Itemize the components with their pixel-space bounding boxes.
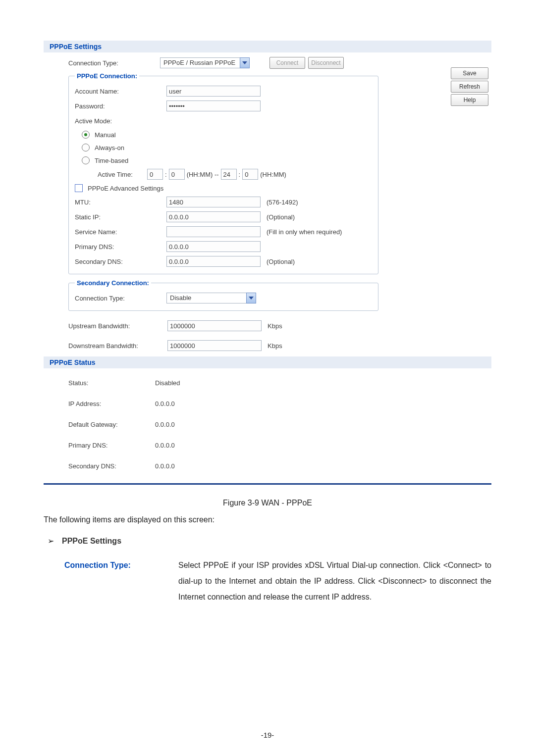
status-gw-label: Default Gateway: — [68, 421, 155, 428]
router-config-panel: Save Refresh Help PPPoE Settings Connect… — [44, 41, 491, 485]
mode-manual-radio[interactable]: Manual — [75, 128, 372, 141]
page-number: -19- — [0, 731, 535, 739]
mode-time-label: Time-based — [95, 157, 128, 164]
hhmm-label: (HH:MM) — [260, 171, 286, 178]
secondary-connection-fieldset: Secondary Connection: Connection Type: D… — [68, 279, 378, 311]
chevron-down-icon — [240, 57, 250, 68]
connection-type-select[interactable]: PPPoE / Russian PPPoE — [160, 57, 250, 68]
status-ip-value: 0.0.0.0 — [155, 400, 175, 407]
status-pdns-label: Primary DNS: — [68, 442, 155, 449]
status-ip-label: IP Address: — [68, 400, 155, 407]
downstream-bw-label: Downstream Bandwidth: — [68, 342, 167, 350]
active-mode-label: Active Mode: — [75, 117, 166, 125]
downstream-bw-unit: Kbps — [268, 342, 282, 350]
time-start-hour-input[interactable] — [147, 169, 163, 180]
status-value: Disabled — [155, 379, 180, 387]
hhmm-dash-label: (HH:MM) -- — [187, 171, 219, 178]
mtu-input[interactable] — [166, 197, 261, 207]
account-name-label: Account Name: — [75, 88, 166, 95]
primary-dns-label: Primary DNS: — [75, 243, 166, 251]
account-name-input[interactable] — [166, 86, 261, 97]
secondary-connection-legend: Secondary Connection: — [75, 279, 151, 287]
time-end-hour-input[interactable] — [221, 169, 237, 180]
advanced-settings-checkbox[interactable] — [75, 184, 83, 192]
upstream-bw-label: Upstream Bandwidth: — [68, 322, 167, 330]
radio-selected-icon — [82, 131, 90, 139]
upstream-bw-unit: Kbps — [268, 322, 282, 330]
secondary-dns-hint: (Optional) — [267, 258, 295, 265]
connection-type-label: Connection Type: — [68, 59, 160, 67]
status-label: Status: — [68, 379, 155, 387]
primary-dns-input[interactable] — [166, 241, 261, 252]
mode-manual-label: Manual — [95, 131, 116, 139]
secondary-conn-type-label: Connection Type: — [75, 295, 166, 302]
secondary-dns-label: Secondary DNS: — [75, 258, 166, 265]
time-start-min-input[interactable] — [169, 169, 185, 180]
time-end-min-input[interactable] — [242, 169, 258, 180]
disconnect-button[interactable]: Disconnect — [308, 57, 344, 69]
static-ip-input[interactable] — [166, 211, 261, 222]
desc-connection-type-label: Connection Type: — [64, 557, 178, 605]
static-ip-hint: (Optional) — [267, 213, 295, 221]
service-name-label: Service Name: — [75, 228, 166, 236]
mode-time-radio[interactable]: Time-based — [75, 154, 372, 167]
password-input[interactable] — [166, 101, 261, 111]
password-label: Password: — [75, 102, 166, 110]
connection-type-value: PPPoE / Russian PPPoE — [160, 57, 240, 68]
status-pdns-value: 0.0.0.0 — [155, 442, 175, 449]
pppoe-settings-header: PPPoE Settings — [44, 41, 491, 52]
mode-always-label: Always-on — [95, 144, 124, 151]
status-gw-value: 0.0.0.0 — [155, 421, 175, 428]
radio-unselected-icon — [82, 144, 90, 151]
service-name-hint: (Fill in only when required) — [267, 228, 342, 236]
advanced-settings-label: PPPoE Advanced Settings — [88, 185, 163, 192]
radio-unselected-icon — [82, 156, 90, 164]
desc-connection-type-body: Select PPPoE if your ISP provides xDSL V… — [178, 557, 491, 605]
mtu-hint: (576-1492) — [267, 199, 298, 206]
upstream-bw-input[interactable] — [167, 320, 262, 331]
chevron-down-icon — [246, 293, 256, 303]
pppoe-status-header: PPPoE Status — [44, 356, 491, 368]
service-name-input[interactable] — [166, 226, 261, 237]
connect-button[interactable]: Connect — [269, 57, 305, 69]
bullet-arrow-icon: ➢ — [48, 536, 54, 546]
downstream-bw-input[interactable] — [167, 340, 262, 351]
pppoe-connection-fieldset: PPPoE Connection: Account Name: Password… — [68, 72, 378, 274]
status-sdns-label: Secondary DNS: — [68, 462, 155, 470]
status-sdns-value: 0.0.0.0 — [155, 462, 175, 470]
intro-text: The following items are displayed on thi… — [44, 515, 491, 524]
static-ip-label: Static IP: — [75, 213, 166, 221]
secondary-dns-input[interactable] — [166, 256, 261, 267]
secondary-conn-type-value: Disable — [166, 293, 247, 303]
mtu-label: MTU: — [75, 199, 166, 206]
secondary-conn-type-select[interactable]: Disable — [166, 293, 256, 303]
pppoe-connection-legend: PPPoE Connection: — [75, 72, 139, 80]
figure-caption: Figure 3-9 WAN - PPPoE — [44, 499, 491, 507]
bullet-pppoe-settings: PPPoE Settings — [62, 537, 121, 546]
active-time-label: Active Time: — [98, 171, 145, 178]
mode-always-radio[interactable]: Always-on — [75, 141, 372, 154]
